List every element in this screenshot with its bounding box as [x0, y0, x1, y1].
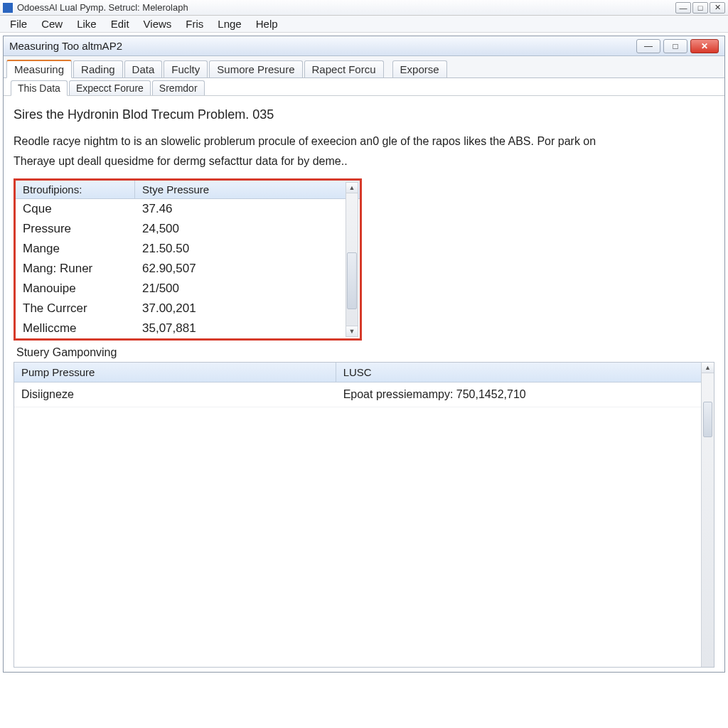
table-row[interactable]: Pressure 24,500	[16, 219, 360, 239]
lower-table-row[interactable]: Disiigneze Epoat pressiemampy: 750,1452,…	[14, 382, 714, 407]
menu-like[interactable]: Like	[71, 16, 102, 31]
row-value: 37.00,201	[135, 300, 360, 317]
child-maximize-button[interactable]: □	[663, 39, 687, 53]
app-maximize-button[interactable]: □	[692, 2, 708, 14]
child-window-buttons: — □ ✕	[636, 39, 719, 53]
child-window: Measuring Too altmAP2 — □ ✕ Measuring Ra…	[3, 36, 725, 673]
databox-scrollbar[interactable]: ▲ ▼	[346, 182, 358, 337]
row-value: 21/500	[135, 280, 360, 297]
row-value: 35,07,881	[135, 320, 360, 337]
lower-section-label: Stuery Gamponving	[16, 346, 714, 359]
tab-label: This Data	[18, 82, 60, 94]
table-row[interactable]: Mang: Runer 62.90,507	[16, 259, 360, 279]
scroll-thumb[interactable]	[347, 252, 357, 309]
tab-label: Sremdor	[159, 82, 198, 94]
app-window-buttons: — □ ✕	[675, 2, 725, 14]
table-row[interactable]: Cque 37.46	[16, 199, 360, 219]
menu-fris[interactable]: Fris	[180, 16, 209, 31]
lower-panel: Pump Pressure LUSC Disiigneze Epoat pres…	[14, 362, 714, 668]
row-label: Melliccme	[16, 320, 135, 337]
child-window-title: Measuring Too altmAP2	[9, 40, 636, 52]
lower-row-label: Disiigneze	[14, 385, 336, 404]
menu-cew[interactable]: Cew	[36, 16, 68, 31]
tab-label: Exporse	[400, 63, 439, 75]
tab-label: Rapect Forcu	[312, 63, 376, 75]
table-row[interactable]: The Currcer 37.00,201	[16, 299, 360, 318]
child-minimize-button[interactable]: —	[636, 39, 660, 53]
data-col1-header: Btroufipions:	[16, 181, 135, 198]
tab-fuclty[interactable]: Fuclty	[164, 60, 208, 77]
tab-label: Expecct Forure	[76, 82, 144, 94]
subtab-expecct-forure[interactable]: Expecct Forure	[69, 80, 151, 95]
tab-label: Data	[132, 63, 155, 75]
menu-lnge[interactable]: Lnge	[212, 16, 247, 31]
table-row[interactable]: Manouipe 21/500	[16, 279, 360, 299]
tab-rapect-forcu[interactable]: Rapect Forcu	[304, 60, 384, 77]
row-value: 62.90,507	[135, 260, 360, 277]
menu-file[interactable]: File	[4, 16, 33, 31]
tab-label: Fuclty	[171, 63, 200, 75]
data-table: Btroufipions: Stye Pressure Cque 37.46 P…	[16, 181, 360, 338]
description-line-1: Reodle racye nightm to is an slowelic pr…	[14, 132, 714, 151]
tab-data[interactable]: Data	[124, 60, 163, 77]
app-close-button[interactable]: ✕	[710, 2, 725, 14]
app-icon	[3, 3, 13, 13]
content-area: Sires the Hydronin Blod Trecum Problem. …	[4, 96, 724, 672]
lower-table-header: Pump Pressure LUSC	[14, 363, 714, 382]
subtab-this-data[interactable]: This Data	[11, 80, 68, 96]
description-line-2: Theraye upt deall quesidme for dermg sef…	[14, 152, 714, 171]
tab-measuring[interactable]: Measuring	[6, 60, 72, 78]
row-value: 21.50.50	[135, 240, 360, 257]
row-value: 24,500	[135, 220, 360, 237]
data-table-rows: Cque 37.46 Pressure 24,500 Mange 21.50.5…	[16, 199, 360, 338]
table-row[interactable]: Melliccme 35,07,881	[16, 318, 360, 338]
tab-exporse[interactable]: Exporse	[392, 60, 447, 77]
lower-col1-header: Pump Pressure	[14, 363, 336, 382]
data-col2-header: Stye Pressure	[135, 181, 360, 198]
tab-label: Sumore Presure	[217, 63, 294, 75]
data-table-header: Btroufipions: Stye Pressure	[16, 181, 360, 199]
row-label: Cque	[16, 200, 135, 218]
app-titlebar: OdoessAl Lual Pymp. Setrucl: Melerolaph …	[0, 0, 728, 16]
app-title: OdoessAl Lual Pymp. Setrucl: Melerolaph	[17, 2, 675, 13]
scroll-up-icon[interactable]: ▲	[702, 363, 714, 373]
menu-help[interactable]: Help	[250, 16, 284, 31]
secondary-tabstrip: This Data Expecct Forure Sremdor	[4, 78, 724, 96]
scroll-thumb[interactable]	[703, 402, 712, 437]
scroll-up-icon[interactable]: ▲	[346, 183, 358, 193]
lower-row-value: Epoat pressiemampy: 750,1452,710	[336, 385, 714, 404]
row-label: Pressure	[16, 220, 135, 237]
tab-rading[interactable]: Rading	[73, 60, 123, 77]
subtab-sremdor[interactable]: Sremdor	[152, 80, 205, 95]
table-row[interactable]: Mange 21.50.50	[16, 239, 360, 259]
row-value: 37.46	[135, 200, 360, 218]
tab-label: Rading	[81, 63, 115, 75]
menubar: File Cew Like Edit Views Fris Lnge Help	[0, 16, 728, 33]
row-label: The Currcer	[16, 300, 135, 317]
row-label: Mange	[16, 240, 135, 257]
page-heading: Sires the Hydronin Blod Trecum Problem. …	[14, 107, 714, 122]
lower-col2-header: LUSC	[336, 363, 714, 382]
tab-sumore-presure[interactable]: Sumore Presure	[209, 60, 302, 77]
row-label: Mang: Runer	[16, 260, 135, 277]
child-window-titlebar: Measuring Too altmAP2 — □ ✕	[4, 36, 724, 56]
app-minimize-button[interactable]: —	[675, 2, 691, 14]
tab-label: Measuring	[14, 63, 64, 75]
menu-views[interactable]: Views	[138, 16, 178, 31]
primary-tabstrip: Measuring Rading Data Fuclty Sumore Pres…	[4, 56, 724, 78]
highlighted-data-box: Btroufipions: Stye Pressure Cque 37.46 P…	[14, 178, 362, 341]
menu-edit[interactable]: Edit	[105, 16, 135, 31]
row-label: Manouipe	[16, 280, 135, 297]
child-close-button[interactable]: ✕	[690, 39, 719, 53]
lower-scrollbar[interactable]: ▲	[701, 363, 714, 667]
scroll-down-icon[interactable]: ▼	[346, 326, 358, 336]
